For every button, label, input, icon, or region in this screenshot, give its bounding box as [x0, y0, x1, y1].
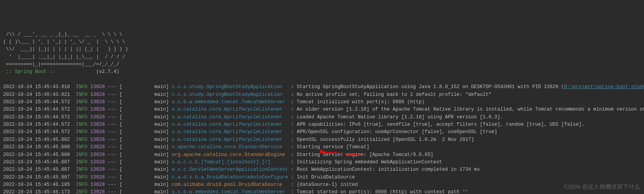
logger-name: c.a.d.s.b.a.DruidDataSourceAutoConfigure	[172, 175, 288, 180]
timestamp: 2022-10-24 15:45:46.105	[3, 182, 70, 187]
pid: 13828	[90, 175, 105, 180]
pid: 13828	[90, 137, 105, 142]
pid: 13828	[90, 129, 105, 135]
logger-name: o.a.catalina.core.AprLifecycleListener	[172, 129, 288, 135]
timestamp: 2022-10-24 15:45:45.687	[3, 159, 70, 165]
logger-name: o.a.c.c.C.[Tomcat].[localhost].[/]	[172, 159, 288, 165]
log-message: Tomcat started on port(s): 8888 (http) w…	[297, 189, 468, 194]
log-line: 2022-10-24 15:45:44.572 INFO 13828 --- […	[3, 99, 641, 106]
log-message: Starting SpringBootStudyApplication usin…	[297, 84, 564, 90]
log-message: An older version [1.2.16] of the Apache …	[297, 107, 644, 112]
log-level: INFO	[76, 84, 88, 90]
log-line: 2022-10-24 15:45:45.602 INFO 13828 --- […	[3, 136, 641, 144]
log-line: 2022-10-24 15:45:45.687 INFO 13828 --- […	[3, 159, 641, 166]
logger-name: o.a.catalina.core.AprLifecycleListener	[172, 114, 288, 120]
logger-name: o.s.b.w.embedded.tomcat.TomcatWebServer	[172, 189, 288, 194]
log-message: {dataSource-1} inited	[297, 182, 358, 187]
log-level: INFO	[76, 122, 88, 127]
timestamp: 2022-10-24 15:45:45.602	[3, 137, 70, 142]
log-line: 2022-10-24 15:45:43.918 INFO 13828 --- […	[3, 83, 641, 91]
log-message: OpenSSL successfully initialized [OpenSS…	[297, 137, 474, 142]
log-line: 2022-10-24 15:45:44.572 INFO 13828 --- […	[3, 106, 641, 113]
thread: [ main]	[119, 129, 169, 135]
path-link[interactable]: D:\project\spring-boot-study\target\clas…	[564, 84, 644, 90]
logger-name: c.s.s.study.SpringBootStudyApplication	[172, 84, 288, 90]
timestamp: 2022-10-24 15:45:44.572	[3, 107, 70, 112]
log-level: INFO	[76, 159, 88, 165]
log-message: APR/OpenSSL configuration: useAprConnect…	[297, 129, 498, 135]
pid: 13828	[90, 114, 105, 120]
timestamp: 2022-10-24 15:45:45.907	[3, 175, 70, 180]
log-message: Loaded Apache Tomcat Native library [1.2…	[297, 114, 503, 120]
log-message: APR capabilities: IPv6 [true], sendfile …	[297, 122, 585, 127]
logger-name: com.alibaba.druid.pool.DruidDataSource	[172, 182, 288, 187]
log-level: INFO	[76, 99, 88, 105]
pid: 13828	[90, 107, 105, 112]
console-output: /\\ / ___'_ __ _ _(_)_ __ __ _ \ \ \ \ (…	[3, 31, 641, 194]
log-level: INFO	[76, 107, 88, 112]
thread: [ main]	[119, 114, 169, 120]
log-level: INFO	[76, 189, 88, 194]
log-line: 2022-10-24 15:45:43.921 INFO 13828 --- […	[3, 91, 641, 99]
log-level: INFO	[76, 167, 88, 172]
thread: [ main]	[119, 122, 169, 127]
timestamp: 2022-10-24 15:45:44.572	[3, 114, 70, 120]
pid: 13828	[90, 84, 105, 90]
pid: 13828	[90, 152, 105, 158]
logger-name: w.s.c.ServletWebServerApplicationContext	[172, 167, 288, 172]
log-level: INFO	[76, 175, 88, 180]
log-level: INFO	[76, 144, 88, 150]
thread: [ main]	[119, 92, 169, 97]
timestamp: 2022-10-24 15:45:46.173	[3, 189, 70, 194]
thread: [ main]	[119, 182, 169, 187]
log-message: No active profile set, falling back to 1…	[297, 92, 492, 97]
log-message: Starting Servlet engine: [Apache Tomcat/…	[297, 152, 434, 158]
pid: 13828	[90, 144, 105, 150]
thread: [ main]	[119, 107, 169, 112]
pid: 13828	[90, 99, 105, 105]
log-line: 2022-10-24 15:45:44.572 INFO 13828 --- […	[3, 114, 641, 121]
pid: 13828	[90, 122, 105, 127]
log-line: 2022-10-24 15:45:45.608 INFO 13828 --- […	[3, 151, 641, 159]
log-line: 2022-10-24 15:45:45.608 INFO 13828 --- […	[3, 144, 641, 151]
thread: [ main]	[119, 152, 169, 158]
log-message: Initializing Spring embedded WebApplicat…	[297, 159, 442, 165]
thread: [ main]	[119, 189, 169, 194]
thread: [ main]	[119, 137, 169, 142]
log-line: 2022-10-24 15:45:44.572 INFO 13828 --- […	[3, 121, 641, 128]
thread: [ main]	[119, 175, 169, 180]
thread: [ main]	[119, 99, 169, 105]
logger-name: o.s.b.w.embedded.tomcat.TomcatWebServer	[172, 99, 288, 105]
timestamp: 2022-10-24 15:45:45.608	[3, 144, 70, 150]
pid: 13828	[90, 189, 105, 194]
logger-name: o.a.catalina.core.AprLifecycleListener	[172, 137, 288, 142]
logger-name: org.apache.catalina.core.StandardEngine	[172, 152, 288, 158]
pid: 13828	[90, 159, 105, 165]
log-message: Init DruidDataSource	[297, 175, 355, 180]
pid: 13828	[90, 182, 105, 187]
logger-name: c.s.s.study.SpringBootStudyApplication	[172, 92, 288, 97]
spring-boot-line: :: Spring Boot :: (v2.7.4)	[3, 68, 641, 76]
timestamp: 2022-10-24 15:45:45.608	[3, 152, 70, 158]
log-level: INFO	[76, 129, 88, 135]
timestamp: 2022-10-24 15:45:44.572	[3, 99, 70, 105]
log-level: INFO	[76, 137, 88, 142]
log-line: 2022-10-24 15:45:44.572 INFO 13828 --- […	[3, 128, 641, 136]
log-line: 2022-10-24 15:45:46.173 INFO 13828 --- […	[3, 189, 641, 194]
log-level: INFO	[76, 152, 88, 158]
thread: [ main]	[119, 159, 169, 165]
logger-name: o.a.catalina.core.AprLifecycleListener	[172, 122, 288, 127]
timestamp: 2022-10-24 15:45:43.921	[3, 92, 70, 97]
pid: 13828	[90, 167, 105, 172]
log-message: Tomcat initialized with port(s): 8888 (h…	[297, 99, 425, 105]
log-message: Starting service [Tomcat]	[297, 144, 370, 150]
logger-name: o.apache.catalina.core.StandardService	[172, 144, 288, 150]
log-level: INFO	[76, 92, 88, 97]
log-message: Root WebApplicationContext: initializati…	[297, 167, 480, 172]
logger-name: o.a.catalina.core.AprLifecycleListener	[172, 107, 288, 112]
thread: [ main]	[119, 84, 169, 90]
timestamp: 2022-10-24 15:45:44.572	[3, 129, 70, 135]
timestamp: 2022-10-24 15:45:43.918	[3, 84, 70, 90]
ascii-banner: /\\ / ___'_ __ _ _(_)_ __ __ _ \ \ \ \ (…	[3, 31, 641, 69]
timestamp: 2022-10-24 15:45:44.572	[3, 122, 70, 127]
